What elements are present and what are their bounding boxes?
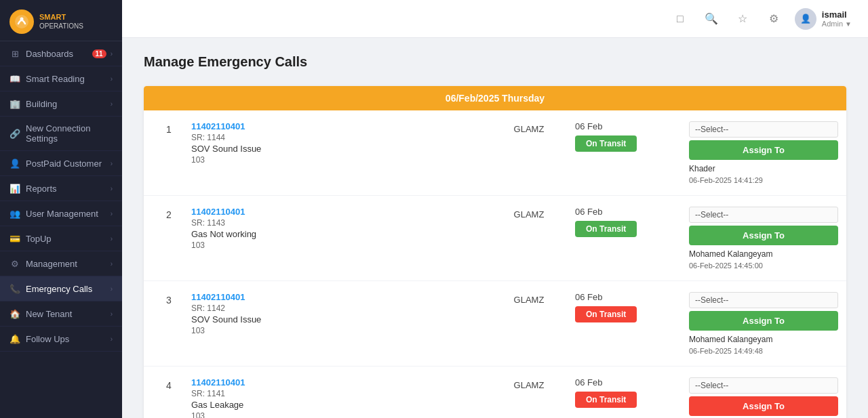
row-number: 1 [152, 121, 186, 135]
status-button[interactable]: On Transit [575, 306, 637, 322]
postpaid-nav-icon: 👤 [9, 158, 20, 169]
logo-text: SMART OPERATIONS [39, 13, 83, 30]
sidebar-item-label-postpaid: PostPaid Customer [26, 159, 102, 169]
table-row: 311402110401SR: 1142SOV Sound Issue103GL… [144, 281, 846, 367]
reports-nav-icon: 📊 [9, 183, 20, 194]
dashboards-nav-icon: ⊞ [9, 48, 20, 59]
chat-icon[interactable]: □ [670, 9, 690, 29]
smart-reading-nav-icon: 📖 [9, 73, 20, 84]
emergency-calls-chevron-icon: › [111, 285, 113, 293]
sidebar-item-emergency-calls[interactable]: 📞Emergency Calls› [0, 276, 122, 301]
user-details: ismail Admin ▼ [822, 9, 852, 28]
avatar: 👤 [795, 8, 816, 30]
call-id[interactable]: 11402110401 [191, 377, 483, 388]
call-date-status: 06 FebOn Transit [575, 377, 684, 408]
calls-table: 06/Feb/2025 Thursday 111402110401SR: 114… [144, 86, 846, 418]
logo-icon [9, 9, 34, 34]
status-button[interactable]: On Transit [575, 392, 637, 408]
call-details: 11402110401SR: 1142SOV Sound Issue103 [191, 292, 483, 335]
follow-ups-nav-icon: 🔔 [9, 333, 20, 344]
sidebar-item-management[interactable]: ⚙Management› [0, 251, 122, 276]
table-row: 411402110401SR: 1141Gas Leakage103GLAMZ0… [144, 367, 846, 418]
row-number: 2 [152, 207, 186, 220]
sidebar-item-dashboards[interactable]: ⊞Dashboards11› [0, 41, 122, 66]
sidebar-item-new-connection[interactable]: 🔗New Connection Settings [0, 117, 122, 151]
sidebar-item-label-user-management: User Management [26, 209, 98, 219]
dashboards-badge: 11 [92, 49, 106, 58]
new-tenant-chevron-icon: › [111, 310, 113, 318]
status-button[interactable]: On Transit [575, 135, 637, 152]
call-date-status: 06 FebOn Transit [575, 207, 684, 237]
call-issue: SOV Sound Issue [191, 314, 483, 325]
sidebar-logo: SMART OPERATIONS [0, 0, 122, 41]
sidebar-item-building[interactable]: 🏢Building› [0, 91, 122, 117]
assign-button[interactable]: Assign To [689, 140, 838, 160]
sidebar-item-new-tenant[interactable]: 🏠New Tenant› [0, 301, 122, 327]
call-location: GLAMZ [488, 121, 570, 134]
sidebar: SMART OPERATIONS ⊞Dashboards11›📖Smart Re… [0, 0, 122, 418]
assign-col: --Select--Assign ToMohamed Kalangeyam06-… [689, 207, 838, 270]
topup-nav-icon: 💳 [9, 233, 20, 244]
call-sr: SR: 1142 [191, 304, 483, 313]
call-date: 06 Feb [575, 377, 602, 388]
new-tenant-nav-icon: 🏠 [9, 308, 20, 319]
page-title: Manage Emergency Calls [144, 54, 846, 70]
assign-select[interactable]: --Select-- [689, 292, 838, 308]
sidebar-item-reports[interactable]: 📊Reports› [0, 176, 122, 201]
sidebar-item-label-new-tenant: New Tenant [26, 309, 72, 319]
assign-select[interactable]: --Select-- [689, 377, 838, 394]
sidebar-item-label-smart-reading: Smart Reading [26, 74, 85, 84]
assign-person: Mohamed Kalangeyam [689, 249, 838, 259]
sidebar-item-label-dashboards: Dashboards [26, 49, 73, 59]
assign-time: 06-Feb-2025 14:49:48 [689, 347, 838, 355]
emergency-calls-nav-icon: 📞 [9, 283, 20, 294]
call-location: GLAMZ [488, 292, 570, 305]
call-date-status: 06 FebOn Transit [575, 121, 684, 152]
sidebar-item-label-emergency-calls: Emergency Calls [26, 284, 92, 294]
user-info: 👤 ismail Admin ▼ [795, 8, 852, 30]
call-sr: SR: 1144 [191, 133, 483, 142]
assign-button[interactable]: Assign To [689, 226, 838, 245]
assign-select[interactable]: --Select-- [689, 121, 838, 138]
follow-ups-chevron-icon: › [111, 335, 113, 343]
reports-chevron-icon: › [111, 185, 113, 192]
assign-button[interactable]: Assign To [689, 311, 838, 331]
sidebar-item-label-topup: TopUp [26, 234, 52, 244]
call-details: 11402110401SR: 1144SOV Sound Issue103 [191, 121, 483, 165]
call-code: 103 [191, 155, 483, 165]
user-management-chevron-icon: › [111, 210, 113, 217]
star-icon[interactable]: ☆ [732, 9, 753, 29]
table-row: 211402110401SR: 1143Gas Not working103GL… [144, 196, 846, 281]
sidebar-item-follow-ups[interactable]: 🔔Follow Ups› [0, 327, 122, 352]
sidebar-item-user-management[interactable]: 👥User Management› [0, 201, 122, 226]
sidebar-item-label-reports: Reports [26, 184, 57, 194]
call-id[interactable]: 11402110401 [191, 292, 483, 302]
dashboards-chevron-icon: › [111, 50, 113, 58]
call-id[interactable]: 11402110401 [191, 207, 483, 217]
sidebar-item-smart-reading[interactable]: 📖Smart Reading› [0, 66, 122, 91]
sidebar-item-label-management: Management [26, 259, 77, 269]
call-details: 11402110401SR: 1141Gas Leakage103 [191, 377, 483, 418]
topup-chevron-icon: › [111, 235, 113, 243]
call-code: 103 [191, 411, 483, 418]
assign-select[interactable]: --Select-- [689, 207, 838, 223]
assign-time: 06-Feb-2025 14:41:29 [689, 176, 838, 184]
call-id[interactable]: 11402110401 [191, 121, 483, 131]
user-role: Admin ▼ [822, 20, 852, 28]
user-chevron-icon: ▼ [845, 20, 852, 28]
table-row: 111402110401SR: 1144SOV Sound Issue103GL… [144, 110, 846, 196]
search-icon[interactable]: 🔍 [701, 9, 722, 29]
assign-col: --Select--Assign ToN/A [689, 377, 838, 418]
sidebar-item-label-new-connection: New Connection Settings [26, 123, 113, 144]
call-date: 06 Feb [575, 292, 602, 302]
settings-icon[interactable]: ⚙ [764, 9, 784, 29]
status-button[interactable]: On Transit [575, 221, 637, 237]
assign-button[interactable]: Assign To [689, 396, 838, 416]
management-nav-icon: ⚙ [9, 258, 20, 269]
call-date: 06 Feb [575, 121, 602, 131]
assign-person: Khader [689, 164, 838, 173]
call-code: 103 [191, 241, 483, 250]
sidebar-item-topup[interactable]: 💳TopUp› [0, 226, 122, 251]
call-issue: Gas Leakage [191, 400, 483, 410]
sidebar-item-postpaid[interactable]: 👤PostPaid Customer› [0, 151, 122, 176]
